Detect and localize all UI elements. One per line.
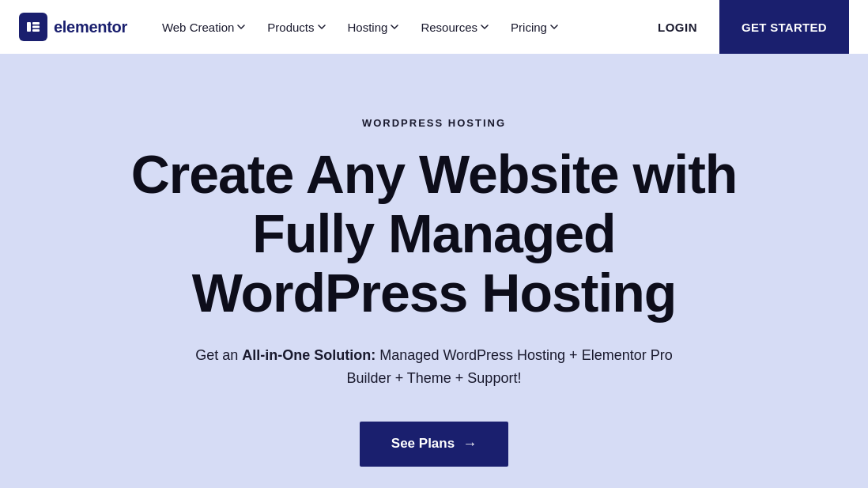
see-plans-label: See Plans [391, 436, 455, 452]
nav-links: Web Creation Products Hosting Resources [153, 14, 648, 40]
nav-item-web-creation[interactable]: Web Creation [153, 14, 255, 40]
navbar: elementor Web Creation Products Hosting … [0, 0, 868, 54]
hero-section: WORDPRESS HOSTING Create Any Website wit… [0, 54, 868, 488]
logo[interactable]: elementor [19, 13, 127, 41]
hero-subtitle-prefix: Get an [195, 347, 242, 363]
hero-subtitle: Get an All-in-One Solution: Managed Word… [181, 344, 687, 390]
svg-rect-2 [32, 26, 40, 28]
logo-icon [19, 13, 47, 41]
svg-rect-3 [32, 29, 40, 32]
nav-item-hosting[interactable]: Hosting [338, 14, 409, 40]
arrow-right-icon: → [462, 436, 477, 452]
nav-item-resources[interactable]: Resources [411, 14, 498, 40]
svg-rect-1 [32, 22, 40, 25]
svg-rect-0 [27, 22, 31, 32]
chevron-down-icon [237, 25, 245, 29]
hero-title: Create Any Website with Fully Managed Wo… [110, 145, 758, 322]
chevron-down-icon [550, 25, 558, 29]
login-button[interactable]: LOGIN [648, 14, 707, 40]
chevron-down-icon [318, 25, 326, 29]
nav-item-pricing[interactable]: Pricing [501, 14, 568, 40]
nav-item-products[interactable]: Products [258, 14, 334, 40]
chevron-down-icon [481, 25, 489, 29]
hero-subtitle-suffix: Managed WordPress Hosting + Elementor Pr… [347, 347, 673, 386]
nav-right: LOGIN GET STARTED [648, 0, 849, 54]
get-started-button[interactable]: GET STARTED [719, 0, 849, 54]
chevron-down-icon [391, 25, 398, 29]
hero-eyebrow: WORDPRESS HOSTING [362, 117, 506, 129]
see-plans-button[interactable]: See Plans → [360, 422, 508, 467]
logo-text: elementor [54, 18, 127, 36]
hero-subtitle-bold: All-in-One Solution: [242, 347, 376, 363]
